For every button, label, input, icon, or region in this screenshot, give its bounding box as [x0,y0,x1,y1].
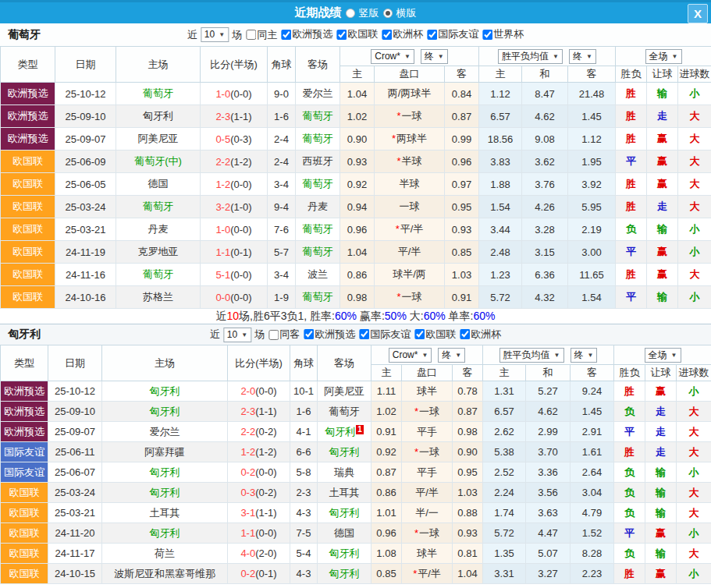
fulltime-select[interactable]: 全场▼ [645,348,681,363]
avg-select-cell: 胜平负均值▼终▼ [479,47,616,66]
close-icon: X [694,7,702,20]
match-score: 2-3(1-1) [201,105,268,128]
result-wdl: 平 [616,151,647,173]
away-team: 葡萄牙 [296,128,340,151]
same-venue-checkbox[interactable] [246,30,256,40]
competition-type: 欧洲预选 [1,105,55,128]
league-checkbox[interactable] [482,30,492,40]
away-team: 匈牙利 [318,564,371,584]
fulltime-select[interactable]: 全场▼ [645,49,682,64]
col-avg-draw: 和 [526,365,571,381]
result-handicap: 赢 [645,523,677,544]
handicap: 两/两球半 [375,83,445,105]
radio-horizontal-label[interactable]: 横版 [396,6,417,20]
odds-away: 1.03 [445,264,479,286]
avg-win: 1.12 [479,83,522,105]
league-filter[interactable]: 国际友谊 [423,27,478,41]
radio-vertical-label[interactable]: 竖版 [359,6,379,20]
star-icon: * [414,406,418,417]
league-checkbox[interactable] [359,329,369,339]
result-handicap: 赢 [647,128,678,151]
col-avg-lose: 客 [571,365,614,381]
away-team: 匈牙利1 [318,422,371,442]
handicap: 球半 [402,544,453,564]
odds-away: 0.81 [453,544,483,564]
match-count-select[interactable]: 10▼ [223,328,251,342]
odds-home: 0.98 [340,286,375,309]
odds-home: 0.86 [340,264,375,286]
league-filter[interactable]: 欧国联 [332,27,378,41]
corners: 5-8 [290,462,318,483]
avg-time-select[interactable]: 终▼ [571,348,598,363]
result-handicap: 走 [645,402,677,422]
league-checkbox[interactable] [427,30,437,40]
avg-draw: 4.26 [522,196,568,218]
col-avg-lose: 客 [568,66,616,83]
avg-lose: 2.91 [571,422,614,442]
portugal-section-header: 葡萄牙 近 10▼ 场 同主 欧洲预选欧国联欧洲杯国际友谊世界杯 [0,23,711,46]
radio-vertical-layout[interactable] [346,9,355,18]
avg-draw: 5.07 [526,544,571,564]
handicap: 半球 [375,173,445,196]
col-type: 类型 [1,47,55,83]
league-filter[interactable]: 国际友谊 [355,328,411,342]
league-checkbox[interactable] [414,329,425,339]
match-score: 2-2(1-2) [201,151,268,173]
odds-away: 0.84 [445,83,479,105]
handicap: 球半 [402,381,453,402]
league-label: 欧国联 [425,328,456,342]
home-team: 荷兰 [102,544,228,564]
col-goals: 进球数 [677,365,711,381]
chevron-down-icon: ▼ [219,29,225,41]
odds-time-select[interactable]: 终▼ [421,49,448,64]
result-handicap: 输 [647,218,678,241]
away-team: 葡萄牙 [296,218,340,241]
handicap: *平/半 [402,564,453,584]
avg-lose: 5.95 [568,196,616,218]
close-button[interactable]: X [688,4,708,23]
away-team: 葡萄牙 [296,173,340,196]
odds-home: 1.11 [371,381,402,402]
wdl-average-select[interactable]: 胜平负均值▼ [498,49,563,64]
league-filter[interactable]: 欧国联 [411,328,456,342]
same-venue-checkbox[interactable] [268,330,279,340]
match-row: 欧国联 24-11-20 匈牙利 1-1(0-0) 7-5 德国 0.96 *一… [1,523,711,544]
result-wdl: 负 [614,462,645,483]
bookmaker-select[interactable]: Crow*▼ [389,348,432,363]
result-goals: 大 [677,544,711,564]
league-checkbox[interactable] [281,30,291,40]
league-filter[interactable]: 欧洲杯 [456,328,501,342]
match-row: 欧洲预选 25-09-10 匈牙利 2-3(1-1) 1-6 葡萄牙 1.02 … [1,402,711,422]
league-checkbox[interactable] [336,30,347,40]
match-count-select[interactable]: 10▼ [201,27,229,42]
league-checkbox[interactable] [460,329,470,339]
bookmaker-select[interactable]: Crow*▼ [371,49,414,64]
avg-draw: 3.63 [526,503,571,523]
avg-time-select[interactable]: 终▼ [569,49,596,64]
league-checkbox[interactable] [304,329,314,339]
away-team: 波兰 [296,264,340,286]
match-date: 24-11-20 [48,523,102,544]
odds-time-select[interactable]: 终▼ [438,348,465,363]
wdl-average-select[interactable]: 胜平负均值▼ [499,348,564,363]
league-filter[interactable]: 欧洲杯 [378,27,423,41]
league-filter[interactable]: 欧洲预选 [277,27,332,41]
same-venue-filter[interactable]: 同主 [242,28,277,42]
handicap: *两球半 [375,128,445,151]
match-row: 欧国联 25-03-21 土耳其 3-1(1-1) 4-3 匈牙利 1.01 半… [1,503,711,523]
league-checkbox[interactable] [382,30,392,40]
bookmaker-select-cell: Crow*▼终▼ [371,345,483,365]
result-wdl: 胜 [616,196,647,218]
league-filter[interactable]: 欧洲预选 [300,328,355,342]
radio-horizontal-layout[interactable] [383,9,393,18]
avg-lose: 1.95 [568,151,616,173]
league-filter[interactable]: 世界杯 [478,27,524,41]
handicap: 平/半 [402,483,453,503]
chevron-down-icon: ▼ [672,51,678,62]
match-score: 0-2(0-0) [228,462,290,483]
match-row: 欧国联 24-10-16 苏格兰 0-0(0-0) 1-9 葡萄牙 0.98 *… [1,286,711,309]
star-icon: * [396,155,400,167]
avg-win: 5.72 [483,523,526,544]
same-venue-filter[interactable]: 同客 [265,328,300,342]
away-team: 匈牙利 [318,503,371,523]
